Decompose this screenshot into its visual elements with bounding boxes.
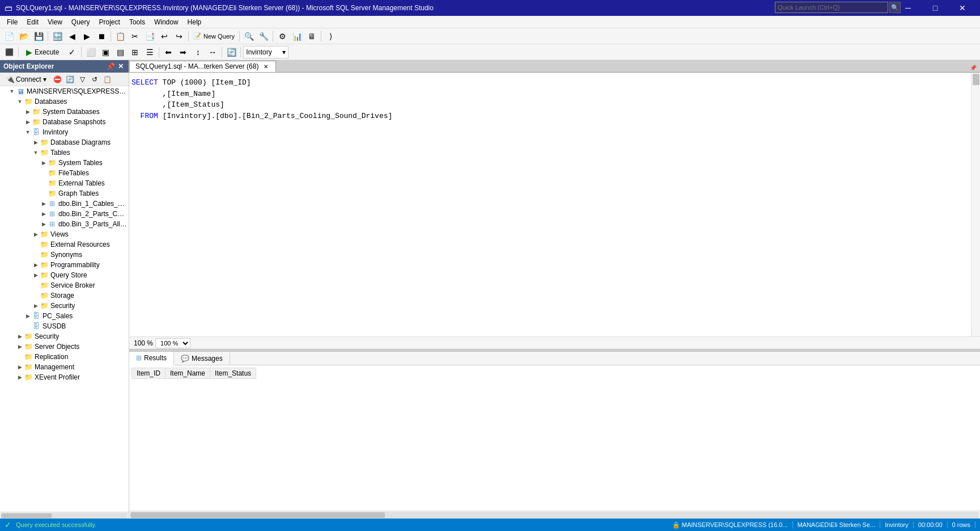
tree-item-tbl2[interactable]: ▶ ⊞ dbo.Bin_2_Parts_Cooling... [0,209,129,219]
tree-item-ext-res[interactable]: ▶ 📁 External Resources [0,239,129,250]
tree-item-replication[interactable]: ▶ 📁 Replication [0,352,129,362]
tree-item-sys-tables[interactable]: ▶ 📁 System Tables [0,158,129,168]
menu-view[interactable]: View [43,17,67,27]
new-file-icon[interactable]: 📄 [2,30,16,43]
connect-button[interactable]: 🔌 Connect ▾ [2,74,50,85]
tab-close-button[interactable]: ✕ [262,62,270,70]
tree-item-sys-db[interactable]: ▶ 📁 System Databases [0,107,129,117]
btn7[interactable]: 📋 [113,30,127,43]
tree-item-synonyms[interactable]: ▶ 📁 Synonyms [0,250,129,260]
tree-item-security-db[interactable]: ▶ 📁 Security [0,301,129,311]
expand-security[interactable]: ▶ [16,331,24,342]
tree-item-pc-sales[interactable]: ▶ 🗄 PC_Sales [0,311,129,321]
expand-sys-tables[interactable]: ▶ [40,158,48,168]
expand-server[interactable]: ▼ [8,86,16,96]
btn-t2-11[interactable]: ↔ [206,46,219,58]
tree-item-databases[interactable]: ▼ 📁 Databases [0,96,129,107]
btn4[interactable]: ◀ [65,30,79,43]
close-button[interactable]: ✕ [949,0,975,16]
refresh-icon[interactable]: 🔄 [64,74,75,85]
results-tab-messages[interactable]: 💬 Messages [174,352,230,365]
tree-item-svc-broker[interactable]: ▶ 📁 Service Broker [0,280,129,290]
menu-tools[interactable]: Tools [125,17,150,27]
btn13[interactable]: 🔧 [257,30,270,43]
tree-item-graph-tables[interactable]: ▶ 📁 Graph Tables [0,188,129,199]
disconnect-icon[interactable]: ⛔ [52,74,63,85]
menu-help[interactable]: Help [183,17,206,27]
tree-item-xevent[interactable]: ▶ 📁 XEvent Profiler [0,372,129,382]
tree-item-management[interactable]: ▶ 📁 Management [0,362,129,372]
menu-window[interactable]: Window [150,17,183,27]
expand-databases[interactable]: ▼ [16,96,24,107]
btn8[interactable]: ✂ [128,30,142,43]
btn-t2-8[interactable]: ⬅ [162,46,175,58]
summary-icon[interactable]: 📋 [101,74,113,85]
btn11[interactable]: ↪ [172,30,186,43]
parse-btn[interactable]: ✓ [65,46,79,58]
btn-t2-10[interactable]: ↕ [191,46,205,58]
menu-edit[interactable]: Edit [22,17,43,27]
quick-launch-input[interactable] [775,2,888,13]
expand-invintory[interactable]: ▼ [24,127,32,137]
menu-project[interactable]: Project [95,17,125,27]
expand-prog[interactable]: ▶ [32,260,40,270]
tree-item-tables[interactable]: ▼ 📁 Tables [0,148,129,158]
tree-item-tbl1[interactable]: ▶ ⊞ dbo.Bin_1_Cables_And_A... [0,199,129,209]
btn14[interactable]: ⚙ [275,30,289,43]
tree-item-query-store[interactable]: ▶ 📁 Query Store [0,270,129,280]
btn3[interactable]: 🔙 [50,30,64,43]
maximize-button[interactable]: □ [922,0,948,16]
btn17[interactable]: ⟩ [324,30,337,43]
btn-t2-9[interactable]: ➡ [176,46,190,58]
btn16[interactable]: 🖥 [305,30,319,43]
btn15[interactable]: 📊 [290,30,304,43]
results-tab-results[interactable]: ⊞ Results [129,352,174,365]
tree-item-db-diag[interactable]: ▶ 📁 Database Diagrams [0,137,129,148]
tree-item-tbl3[interactable]: ▶ ⊞ dbo.Bin_3_Parts_All_Oth... [0,219,129,229]
close-panel-icon[interactable]: ✕ [116,62,125,71]
expand-tbl2[interactable]: ▶ [40,209,48,219]
expand-pc-sales[interactable]: ▶ [24,311,32,321]
btn5[interactable]: ▶ [80,30,94,43]
zoom-dropdown[interactable]: 100 % 75 % 125 % [155,338,190,348]
expand-db-diag[interactable]: ▶ [32,137,40,148]
open-icon[interactable]: 📂 [17,30,31,43]
tree-item-server[interactable]: ▼ 🖥 MAINSERVER\SQLEXPRESS (SQL Server [0,86,129,96]
tree-item-ext-tables[interactable]: ▶ 📁 External Tables [0,178,129,188]
btn9[interactable]: 📑 [143,30,156,43]
btn6[interactable]: ⏹ [95,30,108,43]
expand-db-snaps[interactable]: ▶ [24,117,32,127]
tree-item-views[interactable]: ▶ 📁 Views [0,229,129,239]
tree-item-susdb[interactable]: ▶ 🗄 SUSDB [0,321,129,331]
bottom-scrollbar[interactable] [129,511,980,519]
code-editor[interactable]: SELECT TOP (1000) [Item_ID] ,[Item_Name]… [129,73,971,336]
expand-tbl1[interactable]: ▶ [40,199,48,209]
expand-server-obj[interactable]: ▶ [16,342,24,352]
btn12[interactable]: 🔍 [242,30,256,43]
expand-tbl3[interactable]: ▶ [40,219,48,229]
tree-item-security[interactable]: ▶ 📁 Security [0,331,129,342]
save-icon[interactable]: 💾 [32,30,45,43]
expand-security-db[interactable]: ▶ [32,301,40,311]
expand-tables[interactable]: ▼ [32,148,40,158]
btn-t2-7[interactable]: ☰ [143,46,156,58]
menu-query[interactable]: Query [67,17,95,27]
refresh2-icon[interactable]: ↺ [89,74,100,85]
execute-btn[interactable]: ▶ Execute [21,46,64,58]
btn-t2-3[interactable]: ⬜ [84,46,97,58]
btn-t2-4[interactable]: ▣ [99,46,112,58]
expand-management[interactable]: ▶ [16,362,24,372]
tree-item-server-obj[interactable]: ▶ 📁 Server Objects [0,342,129,352]
expand-sys-db[interactable]: ▶ [24,107,32,117]
right-scrollbar[interactable] [971,73,980,336]
btn10[interactable]: ↩ [158,30,171,43]
tree-item-storage[interactable]: ▶ 📁 Storage [0,290,129,301]
expand-query-store[interactable]: ▶ [32,270,40,280]
expand-xevent[interactable]: ▶ [16,372,24,382]
pin-tab-icon[interactable]: 📌 [969,63,978,72]
tree-item-db-snaps[interactable]: ▶ 📁 Database Snapshots [0,117,129,127]
tree-item-prog[interactable]: ▶ 📁 Programmability [0,260,129,270]
query-tab[interactable]: SQLQuery1.sql - MA...terken Server (68) … [129,61,276,72]
database-dropdown[interactable]: Invintory ▾ [243,46,289,58]
new-query-btn[interactable]: 📝 New Query [191,32,237,40]
